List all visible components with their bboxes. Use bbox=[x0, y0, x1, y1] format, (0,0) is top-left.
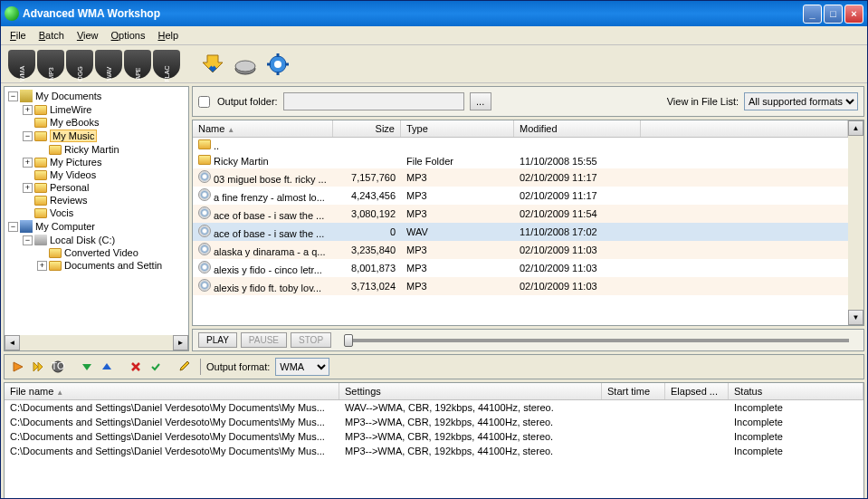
tree-node[interactable]: −My Documents bbox=[6, 89, 186, 103]
tree-node[interactable]: Vocis bbox=[6, 206, 186, 219]
file-row[interactable]: .. bbox=[193, 138, 848, 153]
menu-file[interactable]: File bbox=[5, 28, 32, 43]
download-button[interactable] bbox=[198, 50, 227, 79]
tree-node[interactable]: −Local Disk (C:) bbox=[6, 234, 186, 246]
queue-row[interactable]: C:\Documents and Settings\Daniel Verdeso… bbox=[5, 400, 863, 415]
convert-button[interactable] bbox=[231, 50, 260, 79]
file-row[interactable]: 03 miguel bose ft. ricky ...7,157,760MP3… bbox=[193, 168, 848, 187]
qcol-settings[interactable]: Settings bbox=[339, 383, 602, 399]
col-modified[interactable]: Modified bbox=[514, 120, 641, 137]
tree-node[interactable]: +LimeWire bbox=[6, 103, 186, 116]
expand-icon[interactable]: + bbox=[23, 183, 33, 193]
tree-node[interactable]: My Videos bbox=[6, 168, 186, 181]
format-wma-button[interactable] bbox=[8, 50, 35, 79]
queue-row[interactable]: C:\Documents and Settings\Daniel Verdeso… bbox=[5, 429, 863, 444]
queue-row[interactable]: C:\Documents and Settings\Daniel Verdeso… bbox=[5, 415, 863, 429]
stop-button[interactable]: STOP bbox=[291, 332, 331, 348]
scroll-left-button[interactable]: ◄ bbox=[5, 335, 20, 350]
remove-button[interactable] bbox=[128, 359, 144, 375]
settings-button[interactable] bbox=[263, 50, 292, 79]
menu-batch[interactable]: Batch bbox=[33, 28, 70, 43]
expand-icon[interactable]: − bbox=[23, 235, 33, 245]
svg-point-3 bbox=[274, 61, 281, 68]
file-list-header: Name▲ Size Type Modified bbox=[193, 120, 848, 138]
qcol-file[interactable]: File name▲ bbox=[5, 383, 339, 399]
folder-icon bbox=[34, 131, 47, 141]
tree-node[interactable]: +Documents and Settin bbox=[6, 259, 186, 272]
qcol-status[interactable]: Status bbox=[729, 383, 863, 399]
file-row[interactable]: alexis y fido - cinco letr...8,001,873MP… bbox=[193, 259, 848, 277]
output-format-select[interactable]: WMA bbox=[275, 358, 329, 376]
maximize-button[interactable]: □ bbox=[824, 5, 843, 24]
folder-icon bbox=[34, 196, 47, 206]
clear-button[interactable] bbox=[148, 359, 164, 375]
tree-node[interactable]: −My Music bbox=[6, 129, 186, 143]
file-row[interactable]: alaska y dinarama - a q...3,235,840MP302… bbox=[193, 241, 848, 259]
view-filter-select[interactable]: All supported formats bbox=[744, 92, 858, 110]
tree-node[interactable]: −My Computer bbox=[6, 219, 186, 234]
queue-row[interactable]: C:\Documents and Settings\Daniel Verdeso… bbox=[5, 444, 863, 458]
file-row[interactable]: alexis y fido ft. toby lov...3,713,024MP… bbox=[193, 277, 848, 295]
scroll-down-button[interactable]: ▼ bbox=[848, 310, 863, 325]
file-row[interactable]: ace of base - i saw the ...3,080,192MP30… bbox=[193, 205, 848, 223]
format-flac-button[interactable] bbox=[153, 50, 180, 79]
file-row[interactable]: a fine frenzy - almost lo...4,243,456MP3… bbox=[193, 187, 848, 205]
tree-node[interactable]: Converted Video bbox=[6, 246, 186, 259]
format-ape-button[interactable] bbox=[124, 50, 151, 79]
stop-queue-button[interactable]: STOP bbox=[50, 359, 66, 375]
scroll-right-button[interactable]: ► bbox=[173, 335, 188, 350]
qcol-elapsed[interactable]: Elapsed ... bbox=[665, 383, 729, 399]
file-list-scrollbar[interactable]: ▲ ▼ bbox=[848, 120, 863, 325]
tree-node[interactable]: Ricky Martin bbox=[6, 143, 186, 156]
col-type[interactable]: Type bbox=[401, 120, 514, 137]
menu-options[interactable]: Options bbox=[106, 28, 151, 43]
output-folder-path[interactable] bbox=[283, 92, 464, 110]
move-up-button[interactable] bbox=[99, 359, 115, 375]
expand-icon[interactable]: + bbox=[23, 105, 33, 115]
file-row[interactable]: ace of base - i saw the ...0WAV11/10/200… bbox=[193, 223, 848, 241]
move-down-button[interactable] bbox=[79, 359, 95, 375]
file-row[interactable]: Ricky MartinFile Folder11/10/2008 15:55 bbox=[193, 153, 848, 168]
tree-node[interactable]: My eBooks bbox=[6, 116, 186, 129]
edit-button[interactable] bbox=[176, 359, 193, 375]
tree-node[interactable]: Reviews bbox=[6, 194, 186, 206]
format-wav-button[interactable] bbox=[95, 50, 122, 79]
expand-icon[interactable]: + bbox=[37, 261, 47, 271]
playback-slider[interactable] bbox=[344, 339, 849, 342]
tree-label: Local Disk (C:) bbox=[50, 235, 115, 245]
start-queue-button[interactable] bbox=[10, 359, 26, 375]
format-mp3-button[interactable] bbox=[37, 50, 64, 79]
col-name[interactable]: Name▲ bbox=[193, 120, 333, 137]
minimize-button[interactable]: _ bbox=[803, 5, 822, 24]
tree-node[interactable]: +My Pictures bbox=[6, 156, 186, 168]
close-button[interactable]: × bbox=[844, 5, 863, 24]
folder-icon bbox=[34, 183, 47, 193]
expand-icon[interactable]: − bbox=[8, 222, 18, 232]
expand-icon[interactable]: − bbox=[23, 131, 33, 141]
menu-help[interactable]: Help bbox=[152, 28, 184, 43]
svg-text:STOP: STOP bbox=[52, 360, 64, 371]
tree-label: Converted Video bbox=[64, 247, 138, 258]
expand-icon[interactable]: − bbox=[8, 91, 18, 101]
tree-node[interactable]: +Personal bbox=[6, 181, 186, 194]
file-list: Name▲ Size Type Modified ..Ricky MartinF… bbox=[192, 120, 864, 326]
window-title: Advanced WMA Workshop bbox=[23, 7, 803, 20]
output-folder-checkbox[interactable] bbox=[198, 96, 210, 108]
menu-view[interactable]: View bbox=[72, 28, 104, 43]
svg-point-1 bbox=[235, 61, 255, 72]
format-ogg-button[interactable] bbox=[66, 50, 93, 79]
folder-icon bbox=[34, 170, 47, 180]
tree-label: My Pictures bbox=[50, 157, 101, 168]
col-size[interactable]: Size bbox=[333, 120, 401, 137]
folder-tree[interactable]: −My Documents+LimeWireMy eBooks−My Music… bbox=[5, 87, 188, 335]
browse-button[interactable]: ... bbox=[470, 92, 491, 110]
skip-button[interactable] bbox=[30, 359, 46, 375]
scroll-up-button[interactable]: ▲ bbox=[848, 120, 863, 136]
playback-row: PLAY PAUSE STOP bbox=[192, 329, 864, 351]
titlebar: Advanced WMA Workshop _ □ × bbox=[1, 1, 867, 26]
comp-icon bbox=[20, 220, 33, 233]
qcol-start[interactable]: Start time bbox=[602, 383, 665, 399]
expand-icon[interactable]: + bbox=[23, 158, 33, 168]
play-button[interactable]: PLAY bbox=[198, 332, 237, 348]
pause-button[interactable]: PAUSE bbox=[241, 332, 287, 348]
